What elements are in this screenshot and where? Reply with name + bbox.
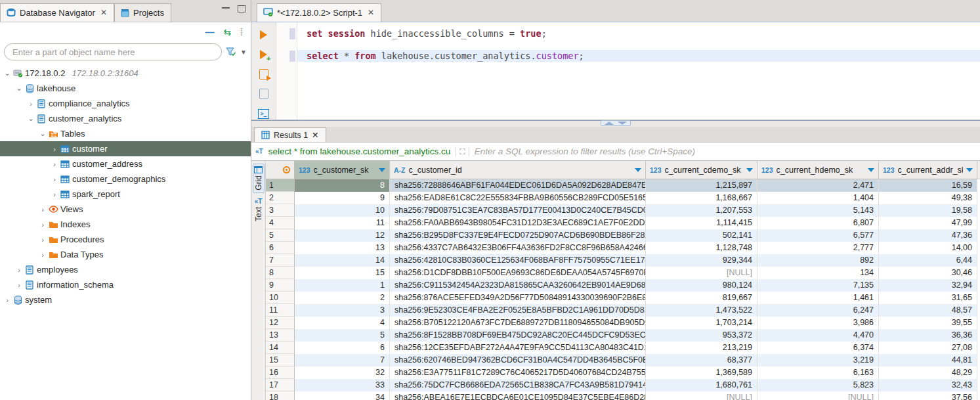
cell-c_customer_sk[interactable]: 2 [295,292,390,304]
cell-c_customer_sk[interactable]: 4 [295,317,390,329]
cell-c_customer_id[interactable]: sha256:D1CDF8DBB10F500EA9693C86DE6DEAA05… [390,267,646,279]
expand-filter-icon[interactable]: ⛶ [456,147,469,156]
cell-c_current_cdemo_sk[interactable]: 1,207,553 [646,204,757,217]
cell-c_current_hdemo_sk[interactable]: 1,461 [757,292,879,304]
row-number[interactable]: 11 [266,304,295,317]
cell-c_customer_id[interactable]: sha256:4337C7AB6432E3B06FF4A3636FD2F8CC8… [390,242,646,254]
cell-c_customer_id[interactable]: sha256:75DC7FCB6686EDA72565C1B838CA7FC43… [390,379,646,391]
cell-c_current_hdemo_sk[interactable]: 5,143 [757,204,879,217]
row-number[interactable]: 3 [266,204,295,217]
cell-c_current_addr_sk[interactable]: 47,36 [879,229,977,242]
expander-expanded-icon[interactable]: ⌄ [38,129,47,138]
cell-c_current_addr_sk[interactable]: 19,58 [879,204,977,217]
expander-collapsed-icon[interactable]: › [3,296,12,304]
cell-c_customer_sk[interactable]: 10 [295,204,390,217]
cell-c_current_hdemo_sk[interactable]: 6,577 [757,229,879,242]
cell-c_customer_sk[interactable]: 13 [295,242,390,254]
tab-sql-script[interactable]: *<172.18.0.2> Script-1 ✕ [257,3,381,22]
row-number[interactable]: 7 [266,254,295,267]
expander-expanded-icon[interactable]: ⌄ [26,114,35,123]
cell-c_current_addr_sk[interactable]: 30,46 [879,267,977,279]
expander-collapsed-icon[interactable]: › [50,145,59,153]
cell-c_current_cdemo_sk[interactable]: 213,219 [646,342,757,354]
cell-c_current_cdemo_sk[interactable]: 819,667 [646,292,757,304]
cell-c_customer_sk[interactable]: 1 [295,279,390,292]
cell-c_customer_id[interactable]: sha256:620746BED947362BCD6CF31B0A4C547DD… [390,354,646,367]
expander-expanded-icon[interactable]: ⌄ [14,84,24,93]
cell-c_current_hdemo_sk[interactable]: 3,219 [757,354,879,367]
cell-c_current_hdemo_sk[interactable]: [NULL] [757,391,879,400]
maximize-icon[interactable] [238,5,245,12]
cell-c_current_cdemo_sk[interactable]: 980,124 [646,279,757,292]
cell-c_current_hdemo_sk[interactable]: 6,374 [757,342,879,354]
tree-item-information-schema[interactable]: ›information_schema [0,277,251,292]
tree-item-customer-demographics[interactable]: ›customer_demographics [0,171,251,187]
close-icon[interactable]: ✕ [100,8,107,17]
row-number[interactable]: 6 [266,242,295,254]
cell-c_current_addr_sk[interactable]: 48,29 [879,367,977,379]
cell-c_customer_sk[interactable]: 33 [295,379,390,391]
cell-c_customer_id[interactable]: sha256:8F1528BB708DF69EB475DC92A8C20EC44… [390,329,646,342]
row-number[interactable]: 2 [266,192,295,204]
cell-c_customer_sk[interactable]: 32 [295,367,390,379]
row-number[interactable]: 10 [266,292,295,304]
cell-c_customer_id[interactable]: sha256:72888646ABF61FA044EDEC061D6DA5A09… [390,179,646,192]
cell-c_current_hdemo_sk[interactable]: 2,777 [757,242,879,254]
cell-c_current_addr_sk[interactable]: 32,94 [879,279,977,292]
expander-expanded-icon[interactable]: ⌄ [3,69,12,78]
open-sql-console-icon[interactable]: >_ [258,108,270,120]
cell-c_current_cdemo_sk[interactable]: [NULL] [646,267,757,279]
cell-c_current_cdemo_sk[interactable]: 1,680,761 [646,379,757,391]
cell-c_customer_id[interactable]: sha256:876ACE5EFED349A2D56F77D5084891433… [390,292,646,304]
sort-dropdown-icon[interactable] [635,168,641,172]
expander-collapsed-icon[interactable]: › [50,190,59,198]
execute-script-icon[interactable] [258,68,270,80]
cell-c_current_addr_sk[interactable]: 49,38 [879,192,977,204]
tree-item-indexes[interactable]: ›Indexes [0,217,251,232]
cell-c_customer_id[interactable]: sha256:ABEA16E7E1ECBDCA6E01CE1095D84E37C… [390,391,646,400]
filter-icon[interactable] [226,47,236,56]
cell-c_current_addr_sk[interactable]: 39,55 [879,317,977,329]
link-with-editor-icon[interactable]: ⇆ [223,27,231,37]
execute-new-tab-icon[interactable]: + [258,49,270,60]
cell-c_customer_sk[interactable]: 11 [295,217,390,229]
sql-code-line[interactable]: select * from lakehouse.customer_analyti… [297,50,980,62]
tree-item-data-types[interactable]: ›Data Types [0,247,251,262]
cell-c_current_addr_sk[interactable]: 44,81 [879,354,977,367]
cell-c_current_hdemo_sk[interactable]: 1,404 [757,192,879,204]
presentation-tab-grid[interactable]: Grid [253,164,265,193]
cell-c_customer_sk[interactable]: 8 [295,179,390,192]
cell-c_customer_id[interactable]: sha256:C9115342454A2323DA815865CAA326064… [390,279,646,292]
row-number[interactable]: 14 [266,342,295,354]
cell-c_customer_sk[interactable]: 3 [295,304,390,317]
expander-collapsed-icon[interactable]: › [38,236,47,244]
column-header-c_current_cdemo_sk[interactable]: 123c_current_cdemo_sk [646,161,757,179]
cell-c_current_hdemo_sk[interactable]: 6,163 [757,367,879,379]
tree-item-procedures[interactable]: ›Procedures [0,232,251,247]
cell-c_current_cdemo_sk[interactable]: 502,141 [646,229,757,242]
view-menu-icon[interactable]: ⁞ [240,27,243,37]
tab-results-1[interactable]: Results 1 ✕ [254,127,326,142]
cell-c_current_cdemo_sk[interactable]: 1,128,748 [646,242,757,254]
sort-dropdown-icon[interactable] [966,168,973,172]
expander-collapsed-icon[interactable]: › [50,175,59,183]
tab-database-navigator[interactable]: Database Navigator ✕ [0,3,114,22]
tree-item-customer-analytics[interactable]: ⌄customer_analytics [0,111,251,126]
expander-collapsed-icon[interactable]: › [14,281,24,289]
cell-c_current_hdemo_sk[interactable]: 2,471 [757,179,879,192]
cell-c_current_hdemo_sk[interactable]: 3,986 [757,317,879,329]
collapse-all-icon[interactable]: — [205,27,214,37]
cell-c_current_addr_sk[interactable]: 6,44 [879,254,977,267]
tree-item-customer-address[interactable]: ›customer_address [0,156,251,171]
tree-item-customer[interactable]: ›customer [0,141,251,156]
row-number[interactable]: 16 [266,367,295,379]
cell-c_customer_id[interactable]: sha256:E3A77511F81C7289C76C4065217D5D406… [390,367,646,379]
row-number[interactable]: 9 [266,279,295,292]
row-number[interactable]: 18 [266,391,295,400]
custom-filter-icon[interactable]: «T [255,148,263,155]
close-icon[interactable]: ✕ [312,130,318,140]
cell-c_customer_sk[interactable]: 34 [295,391,390,400]
tree-item-views[interactable]: ›Views [0,202,251,217]
cell-c_customer_id[interactable]: sha256:79D08751C3EA7C83BA57D177E00413D0C… [390,204,646,217]
cell-c_current_hdemo_sk[interactable]: 6,807 [757,217,879,229]
